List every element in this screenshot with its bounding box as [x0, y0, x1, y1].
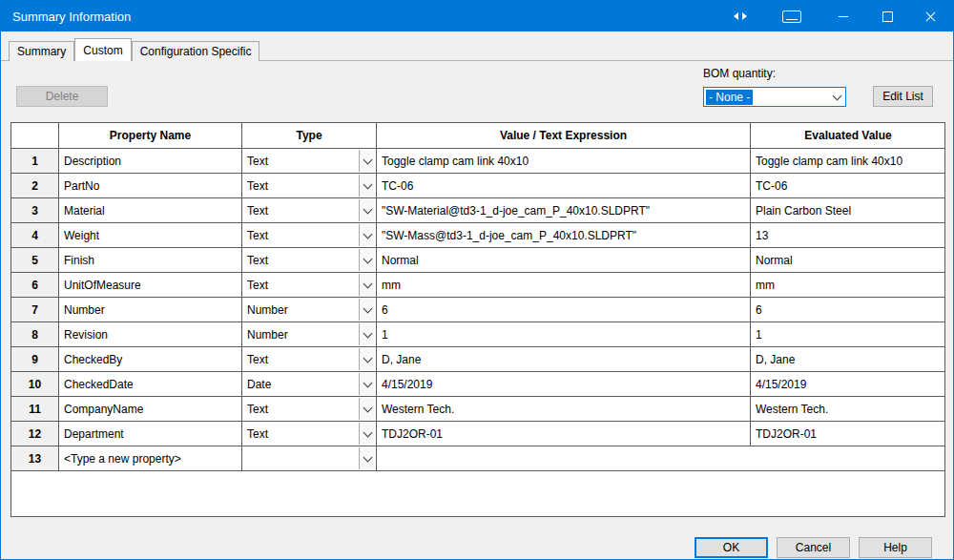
property-name-cell[interactable]: Revision: [59, 322, 242, 347]
row-number[interactable]: 10: [11, 372, 59, 397]
property-value-cell[interactable]: 1: [377, 322, 751, 347]
property-value-cell[interactable]: mm: [377, 273, 751, 298]
cancel-button[interactable]: Cancel: [777, 537, 850, 558]
bom-quantity-select[interactable]: - None -: [703, 87, 846, 107]
row-number[interactable]: 1: [11, 149, 59, 174]
type-dropdown-arrow[interactable]: [359, 199, 375, 221]
evaluated-value-cell[interactable]: D, Jane: [751, 347, 946, 372]
type-dropdown-arrow[interactable]: [359, 323, 375, 345]
row-number[interactable]: 5: [11, 248, 59, 273]
tab-configuration-specific[interactable]: Configuration Specific: [132, 41, 260, 61]
property-type-cell[interactable]: Text: [242, 248, 377, 273]
row-number[interactable]: 3: [11, 198, 59, 223]
type-dropdown-arrow[interactable]: [359, 447, 375, 469]
evaluated-value-cell[interactable]: Plain Carbon Steel: [751, 198, 946, 223]
evaluated-value-cell[interactable]: 1: [751, 322, 946, 347]
minimize-button[interactable]: [821, 1, 865, 31]
property-row: 5FinishTextNormalNormal: [11, 248, 946, 273]
property-value-cell[interactable]: 4/15/2019: [377, 372, 751, 397]
evaluated-value-cell[interactable]: Toggle clamp cam link 40x10: [751, 149, 946, 174]
type-dropdown-arrow[interactable]: [359, 423, 375, 445]
row-number[interactable]: 8: [11, 322, 59, 347]
property-name-cell[interactable]: Weight: [59, 223, 242, 248]
row-number[interactable]: 13: [11, 446, 59, 471]
property-value-cell[interactable]: TC-06: [377, 174, 751, 198]
evaluated-value-cell[interactable]: Normal: [751, 248, 946, 273]
delete-button[interactable]: Delete: [16, 86, 108, 107]
property-value-cell[interactable]: Normal: [377, 248, 751, 273]
titlebar: Summary Information: [1, 1, 953, 31]
property-name-cell[interactable]: CheckedBy: [59, 347, 242, 372]
property-type-cell[interactable]: Text: [242, 174, 377, 198]
property-row: 3MaterialText"SW-Material@td3-1_d-joe_ca…: [11, 198, 946, 223]
edit-list-button[interactable]: Edit List: [873, 86, 933, 107]
type-dropdown-arrow[interactable]: [359, 249, 375, 271]
property-value-cell[interactable]: [377, 446, 946, 471]
property-name-cell[interactable]: CompanyName: [59, 397, 242, 422]
row-number[interactable]: 2: [11, 174, 59, 198]
property-name-cell[interactable]: CheckedDate: [59, 372, 242, 397]
ok-button[interactable]: OK: [695, 537, 768, 558]
property-value-cell[interactable]: "SW-Material@td3-1_d-joe_cam_P_40x10.SLD…: [377, 198, 751, 223]
tab-custom[interactable]: Custom: [74, 38, 131, 61]
property-value-cell[interactable]: D, Jane: [377, 347, 751, 372]
type-dropdown-arrow[interactable]: [359, 224, 375, 246]
property-type-cell[interactable]: Text: [242, 397, 377, 422]
type-dropdown-arrow[interactable]: [359, 175, 375, 197]
type-dropdown-arrow[interactable]: [359, 274, 375, 296]
tab-summary[interactable]: Summary: [9, 41, 74, 61]
property-value-cell[interactable]: "SW-Mass@td3-1_d-joe_cam_P_40x10.SLDPRT": [377, 223, 751, 248]
resize-arrows-icon[interactable]: [718, 1, 762, 31]
maximize-button[interactable]: [865, 1, 909, 31]
property-name-cell[interactable]: PartNo: [59, 174, 242, 198]
evaluated-value-cell[interactable]: Western Tech.: [751, 397, 946, 422]
property-type-cell[interactable]: Text: [242, 347, 377, 372]
row-number[interactable]: 6: [11, 273, 59, 298]
property-row: 12DepartmentTextTDJ2OR-01TDJ2OR-01: [11, 422, 946, 446]
type-dropdown-arrow[interactable]: [359, 373, 375, 395]
property-name-cell[interactable]: Description: [59, 149, 242, 174]
row-number[interactable]: 9: [11, 347, 59, 372]
property-name-cell[interactable]: Department: [59, 422, 242, 446]
keyboard-icon[interactable]: [770, 1, 814, 31]
evaluated-value-cell[interactable]: mm: [751, 273, 946, 298]
property-value-cell[interactable]: 6: [377, 298, 751, 322]
help-button[interactable]: Help: [859, 537, 932, 558]
type-dropdown-arrow[interactable]: [359, 398, 375, 420]
property-type-cell[interactable]: Date: [242, 372, 377, 397]
combo-dropdown-arrow-icon[interactable]: [828, 88, 845, 106]
evaluated-value-cell[interactable]: TC-06: [751, 174, 946, 198]
property-type-cell[interactable]: Text: [242, 422, 377, 446]
property-type-cell[interactable]: Number: [242, 322, 377, 347]
type-dropdown-arrow[interactable]: [359, 150, 375, 172]
property-name-cell[interactable]: Number: [59, 298, 242, 322]
property-type-cell[interactable]: Text: [242, 149, 377, 174]
property-name-cell[interactable]: Finish: [59, 248, 242, 273]
property-type-value: Text: [247, 179, 268, 193]
row-number[interactable]: 12: [11, 422, 59, 446]
property-type-cell[interactable]: Text: [242, 223, 377, 248]
close-button[interactable]: [909, 1, 953, 31]
property-name-cell[interactable]: Material: [59, 198, 242, 223]
property-name-cell[interactable]: <Type a new property>: [59, 446, 242, 471]
property-type-value: Text: [247, 279, 268, 292]
property-value-cell[interactable]: Toggle clamp cam link 40x10: [377, 149, 751, 174]
chevron-down-icon: [363, 155, 372, 164]
property-value-cell[interactable]: TDJ2OR-01: [377, 422, 751, 446]
property-type-cell[interactable]: Number: [242, 298, 377, 322]
property-name-cell[interactable]: UnitOfMeasure: [59, 273, 242, 298]
property-type-inner: Text: [242, 174, 376, 197]
property-type-cell[interactable]: [242, 446, 377, 471]
row-number[interactable]: 11: [11, 397, 59, 422]
property-value-cell[interactable]: Western Tech.: [377, 397, 751, 422]
property-type-cell[interactable]: Text: [242, 198, 377, 223]
row-number[interactable]: 7: [11, 298, 59, 322]
evaluated-value-cell[interactable]: 4/15/2019: [751, 372, 946, 397]
evaluated-value-cell[interactable]: 13: [751, 223, 946, 248]
evaluated-value-cell[interactable]: 6: [751, 298, 946, 322]
row-number[interactable]: 4: [11, 223, 59, 248]
property-type-cell[interactable]: Text: [242, 273, 377, 298]
evaluated-value-cell[interactable]: TDJ2OR-01: [751, 422, 946, 446]
type-dropdown-arrow[interactable]: [359, 348, 375, 370]
type-dropdown-arrow[interactable]: [359, 299, 375, 321]
